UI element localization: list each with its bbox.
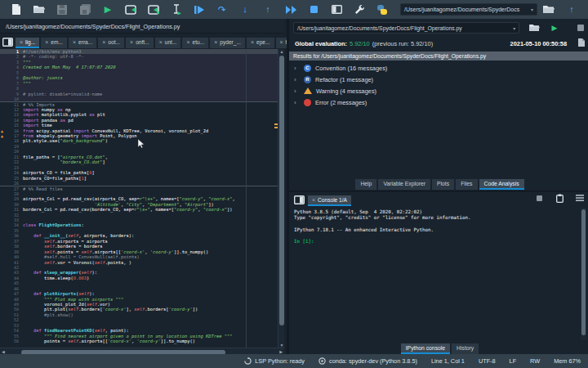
continue-icon[interactable] bbox=[285, 3, 297, 16]
code-editor[interactable]: 1#!/usr/bin/env python32# -*- coding: ut… bbox=[0, 49, 284, 348]
results-header-text: Results for /Users/juanitagomez/Document… bbox=[293, 53, 486, 59]
run-icon[interactable]: ▶ bbox=[102, 3, 114, 16]
panel-tab-label: Code Analysis bbox=[484, 181, 519, 186]
panel-tab-label: Plots bbox=[437, 181, 449, 186]
step-into-icon[interactable]: ↓ bbox=[239, 3, 252, 16]
category-icon: C bbox=[304, 65, 311, 72]
conda-env-status[interactable]: conda: spyder-dev (Python 3.8.5) bbox=[318, 357, 417, 365]
analysis-category-row[interactable]: ›Error (2 messages) bbox=[289, 96, 588, 108]
panel-tab[interactable]: Help bbox=[355, 179, 376, 190]
close-icon[interactable]: × bbox=[130, 39, 133, 45]
expand-chevron-icon[interactable]: › bbox=[294, 76, 304, 83]
close-icon[interactable]: × bbox=[159, 39, 163, 45]
close-icon[interactable]: × bbox=[312, 197, 315, 203]
close-icon[interactable]: × bbox=[102, 39, 105, 45]
close-icon[interactable]: × bbox=[251, 39, 254, 45]
console-panel-tab-label: History bbox=[457, 345, 474, 351]
editor-tab[interactable]: ×lig... bbox=[16, 38, 39, 48]
open-file-icon[interactable] bbox=[33, 3, 46, 16]
editor-tab[interactable]: ×erra... bbox=[69, 38, 96, 48]
stop-icon[interactable] bbox=[308, 3, 320, 16]
console-panel-tab[interactable]: History bbox=[452, 343, 479, 354]
run-selection-icon[interactable] bbox=[171, 3, 183, 16]
analysis-file-combobox[interactable]: /Users/juanitagomez/Documents/SpyderDocs… bbox=[293, 22, 519, 34]
spyder-window: ▶ ↷ ↓ ↑ /Users/juanitagomez/Documents/Sp… bbox=[0, 0, 588, 368]
analysis-browse-file-icon[interactable] bbox=[528, 22, 540, 34]
analysis-category-row[interactable]: ›RRefactor (1 message) bbox=[289, 74, 588, 85]
category-icon: R bbox=[304, 76, 311, 83]
analysis-category-row[interactable]: ›CConvention (16 messages) bbox=[289, 62, 588, 74]
debug-icon[interactable] bbox=[194, 3, 206, 16]
save-icon[interactable] bbox=[56, 3, 69, 16]
analysis-datetime: 2021-05-10 00:50:58 bbox=[510, 40, 567, 47]
console-prompt[interactable]: In [1]: bbox=[294, 239, 588, 245]
console-line bbox=[294, 222, 588, 227]
scroll-up-arrow-icon[interactable]: ▲ bbox=[278, 49, 285, 54]
editor-tab[interactable]: ×etu... bbox=[182, 38, 208, 48]
expand-chevron-icon[interactable]: › bbox=[294, 65, 304, 72]
analysis-category-row[interactable]: ›Warning (4 messages) bbox=[289, 85, 588, 96]
new-file-icon[interactable] bbox=[11, 3, 23, 16]
analysis-run-icon[interactable]: ▶ bbox=[549, 22, 560, 34]
working-directory-value: /Users/juanitagomez/Documents/SpyderDocs bbox=[404, 7, 519, 12]
console-vscroll-thumb[interactable] bbox=[581, 209, 586, 335]
analysis-output-icon[interactable] bbox=[578, 38, 585, 48]
expand-chevron-icon[interactable]: › bbox=[294, 99, 304, 106]
memory-status: Mem 67% bbox=[554, 357, 581, 365]
rerun-icon[interactable]: ↷ bbox=[216, 3, 229, 16]
console-clipboard-icon[interactable] bbox=[554, 192, 565, 204]
editor-vertical-scrollbar[interactable]: ▲ ▼ bbox=[278, 49, 284, 348]
close-icon[interactable]: × bbox=[214, 39, 217, 45]
close-icon[interactable]: × bbox=[73, 39, 76, 45]
close-icon[interactable]: × bbox=[280, 39, 283, 45]
ipython-console-output[interactable]: Python 3.8.5 (default, Sep 4 2020, 02:22… bbox=[289, 206, 588, 342]
panel-tab[interactable]: Variable Explorer bbox=[378, 179, 430, 190]
editor-tab[interactable]: ×unt... bbox=[155, 38, 181, 48]
results-header: Results for /Users/juanitagomez/Document… bbox=[289, 52, 588, 61]
expand-chevron-icon[interactable]: › bbox=[294, 88, 304, 95]
analysis-stop-icon[interactable] bbox=[575, 22, 586, 34]
chevron-down-icon: ▾ bbox=[531, 7, 533, 12]
panel-tab[interactable]: Code Analysis bbox=[479, 179, 524, 190]
close-icon[interactable]: × bbox=[45, 39, 48, 45]
evaluation-score: 5.92/10 bbox=[350, 40, 370, 47]
editor-tab[interactable]: ×oot... bbox=[98, 38, 124, 48]
save-all-icon[interactable] bbox=[79, 3, 91, 16]
browse-tabs-icon[interactable] bbox=[2, 37, 13, 47]
warning-flag-marker[interactable] bbox=[274, 123, 278, 125]
run-cell-advance-icon[interactable] bbox=[148, 3, 160, 16]
panel-tab[interactable]: Plots bbox=[432, 179, 454, 190]
console-options-menu-icon[interactable] bbox=[574, 192, 586, 204]
maximize-pane-icon[interactable] bbox=[331, 3, 343, 16]
close-icon[interactable]: × bbox=[186, 39, 189, 45]
panel-tab-label: Help bbox=[360, 181, 372, 186]
line-number: 56 bbox=[0, 339, 23, 343]
console-panel-tab[interactable]: IPython console bbox=[401, 343, 450, 354]
step-out-icon[interactable]: ↑ bbox=[262, 3, 274, 16]
console-stop-icon[interactable] bbox=[533, 192, 545, 204]
console-browse-tabs-icon[interactable] bbox=[292, 195, 305, 205]
close-icon[interactable]: × bbox=[20, 39, 23, 45]
editor-tab-label: onft... bbox=[136, 39, 149, 45]
run-cell-icon[interactable] bbox=[125, 3, 137, 16]
eol-status: LF bbox=[510, 357, 517, 365]
preferences-wrench-icon[interactable] bbox=[354, 3, 366, 16]
panel-tab[interactable]: Files bbox=[456, 179, 477, 190]
editor-tab[interactable]: ×epe... bbox=[247, 38, 274, 48]
code-text: points = self.airports[['coord-x', 'coor… bbox=[23, 339, 195, 343]
warning-flag-marker[interactable] bbox=[274, 127, 278, 128]
editor-tab[interactable]: ×onft... bbox=[126, 38, 154, 48]
browse-directory-icon[interactable] bbox=[543, 3, 555, 16]
editor-vscroll-thumb[interactable] bbox=[279, 56, 284, 325]
editor-tab[interactable]: ×pyder_... bbox=[210, 38, 245, 48]
code-line[interactable]: 56 points = self.airports[['coord-x', 'c… bbox=[0, 339, 284, 343]
analysis-file-path-text: /Users/juanitagomez/Documents/SpyderDocs… bbox=[297, 25, 462, 31]
console-vertical-scrollbar[interactable] bbox=[581, 208, 586, 340]
parent-directory-icon[interactable]: ↑ bbox=[566, 3, 578, 16]
editor-tab[interactable]: ×em... bbox=[41, 38, 67, 48]
console-panel-tab-label: IPython console bbox=[406, 345, 445, 351]
working-directory-combobox[interactable]: /Users/juanitagomez/Documents/SpyderDocs… bbox=[400, 3, 537, 16]
console-tab[interactable]: × Console 1/A bbox=[308, 195, 351, 206]
editor-tab-label: epe... bbox=[256, 39, 270, 45]
chevron-down-icon: ▾ bbox=[513, 25, 515, 31]
